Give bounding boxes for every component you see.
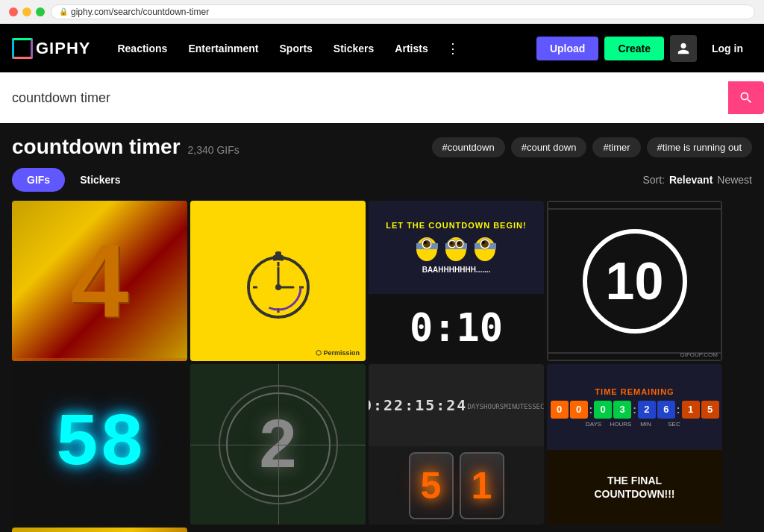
hashtag-countdown[interactable]: #countdown xyxy=(432,137,505,157)
label-seconds: SECONDS xyxy=(532,403,544,410)
film-2-container: 2 xyxy=(190,364,366,525)
sep-2: : xyxy=(633,404,636,416)
gif-8b-final: THE FINAL COUNTDOWN!!! xyxy=(547,450,722,525)
nav-link-stickers[interactable]: Stickers xyxy=(325,37,383,60)
navbar: GIPHY Reactions Entertainment Sports Sti… xyxy=(0,24,764,72)
label-days: DAYS xyxy=(467,403,483,410)
gif-grid: 4 ⬡ Permission LE xyxy=(0,201,764,525)
results-title: countdown timer 2,340 GIFs xyxy=(12,135,239,159)
gif-item-7[interactable]: 00:22:15:24 DAYS HOURS MINUTES SECONDS 5… xyxy=(369,364,544,525)
final-text-line2: COUNTDOWN!!! xyxy=(594,487,674,501)
gif-partial-bottom[interactable] xyxy=(12,528,187,532)
login-button[interactable]: Log in xyxy=(703,37,752,60)
nav-link-entertainment[interactable]: Entertainment xyxy=(179,37,267,60)
gif-content-1: 4 xyxy=(71,229,129,334)
results-header: countdown timer 2,340 GIFs #countdown #c… xyxy=(0,123,764,165)
sort-newest[interactable]: Newest xyxy=(717,174,752,186)
gif-item-8[interactable]: TIME REMAINING 0 0 : 0 3 : 2 6 : 1 5 DAY… xyxy=(547,364,722,525)
gifoup-label: GIFOUP.COM xyxy=(680,351,718,358)
unit-minutes: MIN xyxy=(636,421,657,428)
logo-box xyxy=(12,38,33,59)
digit-days-0: 0 xyxy=(551,401,569,419)
close-dot xyxy=(9,7,18,16)
gif-7a-timecode: 00:22:15:24 DAYS HOURS MINUTES SECONDS xyxy=(369,364,544,446)
browser-controls xyxy=(9,7,45,16)
maximize-dot xyxy=(36,7,45,16)
digit-days-1: 0 xyxy=(570,401,588,419)
svg-point-30 xyxy=(481,240,489,248)
hashtag-timer[interactable]: #timer xyxy=(592,137,640,157)
gif-3b: 0:10 xyxy=(369,294,544,361)
minion-2 xyxy=(443,233,469,263)
digit-hours-1: 3 xyxy=(613,401,631,419)
sort-relevant[interactable]: Relevant xyxy=(669,174,713,186)
url-text: giphy.com/search/countdown-timer xyxy=(71,7,209,17)
nav-link-artists[interactable]: Artists xyxy=(386,37,436,60)
label-hours: HOURS xyxy=(483,403,504,410)
svg-point-18 xyxy=(422,254,431,260)
final-text-line1: THE FINAL xyxy=(594,474,674,487)
film-countdown: 10 GIFOUP.COM xyxy=(547,201,722,361)
gif-item-5[interactable]: 58 xyxy=(12,364,187,525)
final-countdown-content: THE FINAL COUNTDOWN!!! xyxy=(594,450,674,525)
gif-item-2[interactable]: ⬡ Permission xyxy=(190,201,366,361)
digit-seconds-0: 1 xyxy=(682,401,700,419)
gif-7b-tubes: 5 1 xyxy=(369,446,544,525)
label-minutes: MINUTES xyxy=(504,403,532,410)
gif-item-3[interactable]: LET THE COUNTDOWN BEGIN! xyxy=(369,201,544,361)
user-icon-button[interactable] xyxy=(670,35,697,62)
tube-5: 5 xyxy=(409,452,454,519)
unit-hours: HOURS xyxy=(610,421,628,428)
time-digits-row: 0 0 : 0 3 : 2 6 : 1 5 xyxy=(551,401,719,419)
time-unit-labels: DAYS HOURS MIN SEC xyxy=(585,421,685,428)
svg-point-31 xyxy=(482,241,485,244)
url-bar[interactable]: 🔒 giphy.com/search/countdown-timer xyxy=(51,4,755,19)
search-section xyxy=(0,72,764,123)
svg-rect-3 xyxy=(275,251,281,257)
hashtag-list: #countdown #count down #timer #time is r… xyxy=(432,137,752,157)
time-0-10: 0:10 xyxy=(410,305,503,350)
gif-item-4[interactable]: 10 GIFOUP.COM xyxy=(547,201,722,361)
tab-stickers[interactable]: Stickers xyxy=(65,168,135,192)
tube-1: 1 xyxy=(460,452,504,519)
minions-line1: LET THE COUNTDOWN BEGIN! xyxy=(386,221,526,230)
nav-actions: Upload Create Log in xyxy=(536,35,752,62)
digit-minutes-0: 2 xyxy=(638,401,656,419)
final-countdown-text: THE FINAL COUNTDOWN!!! xyxy=(594,474,674,501)
nav-link-reactions[interactable]: Reactions xyxy=(108,37,176,60)
film-cross-v xyxy=(278,364,279,525)
user-icon xyxy=(677,42,690,55)
upload-button[interactable]: Upload xyxy=(536,37,598,60)
gif-3a: LET THE COUNTDOWN BEGIN! xyxy=(369,201,544,294)
gif-grid-bottom xyxy=(0,525,764,532)
logo-area[interactable]: GIPHY xyxy=(12,38,90,59)
svg-point-32 xyxy=(480,254,489,260)
minion-1 xyxy=(414,233,440,263)
more-icon[interactable]: ⋮ xyxy=(440,34,466,63)
search-icon xyxy=(739,90,754,105)
gif-bar-1 xyxy=(12,358,187,361)
tab-gifs[interactable]: GIFs xyxy=(12,168,65,192)
svg-point-26 xyxy=(458,242,460,245)
lock-icon: 🔒 xyxy=(59,7,68,16)
gif-item-6[interactable]: 2 xyxy=(190,364,366,525)
sort-area: Sort: Relevant Newest xyxy=(642,174,752,186)
sep-3: : xyxy=(677,404,680,416)
digit-seconds-1: 5 xyxy=(701,401,719,419)
nav-link-sports[interactable]: Sports xyxy=(271,37,322,60)
digit-minutes-1: 6 xyxy=(657,401,675,419)
hashtag-count-down[interactable]: #count down xyxy=(511,137,587,157)
search-button[interactable] xyxy=(728,81,764,114)
svg-point-17 xyxy=(424,241,427,244)
search-input[interactable] xyxy=(12,90,728,106)
gif-item-1[interactable]: 4 xyxy=(12,201,187,361)
hashtag-time-running-out[interactable]: #time is running out xyxy=(647,137,752,157)
stopwatch-svg xyxy=(234,237,323,326)
tube-container: 5 1 xyxy=(409,452,504,519)
minions-line2: BAAHHHHHHH....... xyxy=(422,266,491,274)
create-button[interactable]: Create xyxy=(604,37,664,60)
unit-days: DAYS xyxy=(585,421,603,428)
timecode-labels: DAYS HOURS MINUTES SECONDS xyxy=(467,403,544,410)
svg-point-16 xyxy=(423,240,430,248)
filter-row: GIFs Stickers Sort: Relevant Newest xyxy=(0,165,764,201)
